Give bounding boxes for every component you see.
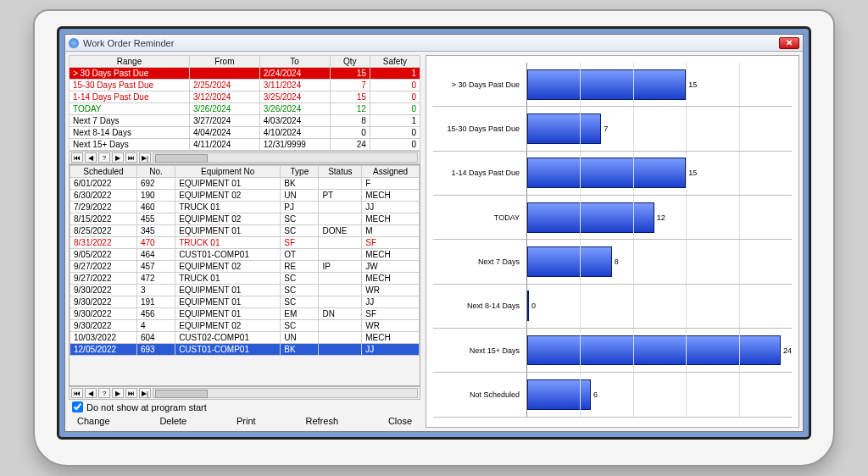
- cell: JJ: [362, 344, 420, 356]
- cell: BK: [281, 178, 319, 190]
- range-row[interactable]: Next 7 Days3/27/20244/03/202481: [70, 115, 420, 127]
- table-row[interactable]: 8/15/2022455EQUIPMENT 02SCMECH: [70, 213, 420, 225]
- nav-last-icon[interactable]: ⏭: [125, 388, 137, 398]
- column-header[interactable]: Assigned: [362, 166, 420, 178]
- bar-area: 6: [526, 373, 792, 416]
- details-table-container: ScheduledNo.Equipment NoTypeStatusAssign…: [69, 164, 420, 386]
- cell: 4/10/2024: [259, 127, 330, 139]
- column-header[interactable]: Equipment No: [175, 166, 281, 178]
- table-row[interactable]: 8/25/2022345EQUIPMENT 01SCDONEM: [70, 225, 420, 237]
- column-header[interactable]: Safety: [370, 56, 420, 68]
- cell: 12: [330, 103, 370, 115]
- chart-bar: [527, 379, 591, 410]
- cell: 4/03/2024: [259, 115, 330, 127]
- bar-area: 7: [526, 107, 792, 150]
- range-row[interactable]: TODAY3/26/20243/26/2024120: [70, 103, 420, 115]
- nav-next-icon[interactable]: ▶: [112, 388, 124, 398]
- cell: 15: [330, 91, 370, 103]
- range-row[interactable]: 15-30 Days Past Due2/25/20243/11/202470: [70, 80, 420, 91]
- cell: 190: [137, 190, 175, 202]
- titlebar[interactable]: Work Order Reminder ✕: [65, 35, 803, 52]
- table-row[interactable]: 9/27/2022472TRUCK 01SCMECH: [70, 273, 420, 285]
- details-scrollbar[interactable]: [153, 388, 418, 398]
- cell: JJ: [362, 202, 420, 213]
- cell: 4/11/2024: [189, 139, 259, 151]
- table-row[interactable]: 8/31/2022470TRUCK 01SFSF: [70, 237, 420, 249]
- range-navigator: ⏮ ◀ ? ▶ ⏭ ▶|: [69, 151, 420, 164]
- table-row[interactable]: 10/03/2022604CUST02-COMP01UNMECH: [70, 332, 420, 344]
- chart-bar: [527, 291, 529, 321]
- table-row[interactable]: 12/05/2022693CUST01-COMP01BKJJ: [70, 344, 420, 356]
- nav-last-icon[interactable]: ⏭: [125, 152, 137, 163]
- close-icon[interactable]: ✕: [779, 37, 799, 49]
- column-header[interactable]: Scheduled: [70, 166, 137, 178]
- app-icon: [69, 38, 79, 48]
- column-header[interactable]: Range: [70, 56, 190, 68]
- cell: 693: [137, 344, 175, 356]
- cell: IP: [319, 261, 362, 273]
- table-row[interactable]: 6/30/2022190EQUIPMENT 02UNPTMECH: [70, 190, 420, 202]
- range-row[interactable]: 1-14 Days Past Due3/12/20243/25/2024150: [70, 91, 420, 103]
- cell: 1: [370, 68, 420, 80]
- chart-category-label: 15-30 Days Past Due: [433, 125, 526, 133]
- bar-area: 8: [526, 240, 792, 283]
- refresh-button[interactable]: Refresh: [306, 416, 339, 426]
- cell: [189, 68, 259, 80]
- range-row[interactable]: > 30 Days Past Due2/24/2024151: [70, 68, 420, 80]
- table-row[interactable]: 7/29/2022460TRUCK 01PJJJ: [70, 202, 420, 213]
- cell: 2/25/2024: [189, 80, 259, 91]
- nav-first-icon[interactable]: ⏮: [71, 152, 83, 163]
- range-scrollbar[interactable]: [153, 152, 418, 163]
- change-button[interactable]: Change: [77, 416, 110, 426]
- table-row[interactable]: 9/30/2022191EQUIPMENT 01SCJJ: [70, 296, 420, 308]
- cell: SC: [281, 213, 319, 225]
- cell: 2/24/2024: [259, 68, 330, 80]
- close-button[interactable]: Close: [388, 416, 412, 426]
- table-row[interactable]: 9/30/2022456EQUIPMENT 01EMDNSF: [70, 308, 420, 320]
- chart-category-label: > 30 Days Past Due: [433, 80, 526, 89]
- column-header[interactable]: Qty: [330, 56, 370, 68]
- delete-button[interactable]: Delete: [159, 416, 186, 426]
- range-row[interactable]: Next 8-14 Days4/04/20244/10/202400: [70, 127, 420, 139]
- print-button[interactable]: Print: [236, 416, 256, 426]
- cell: 9/30/2022: [70, 308, 137, 320]
- table-row[interactable]: 9/05/2022464CUST01-COMP01OTMECH: [70, 249, 420, 261]
- cell: 457: [137, 261, 175, 273]
- cell: 12/05/2022: [70, 344, 137, 356]
- nav-end-icon[interactable]: ▶|: [139, 152, 151, 163]
- cell: WR: [362, 285, 420, 296]
- cell: 7/29/2022: [70, 202, 137, 213]
- table-row[interactable]: 9/30/20223EQUIPMENT 01SCWR: [70, 285, 420, 296]
- chart-value-label: 8: [615, 257, 619, 266]
- cell: PT: [319, 190, 362, 202]
- nav-end-icon[interactable]: ▶|: [139, 388, 151, 398]
- nav-next-icon[interactable]: ▶: [112, 152, 124, 163]
- cell: 472: [137, 273, 175, 285]
- nav-prev-icon[interactable]: ◀: [85, 388, 97, 398]
- cell: 460: [137, 202, 175, 213]
- column-header[interactable]: From: [189, 56, 259, 68]
- column-header[interactable]: To: [259, 56, 330, 68]
- nav-first-icon[interactable]: ⏮: [71, 388, 83, 398]
- cell: 3/27/2024: [189, 115, 259, 127]
- table-row[interactable]: 6/01/2022692EQUIPMENT 01BKF: [70, 178, 420, 190]
- nav-prev-icon[interactable]: ◀: [85, 152, 97, 163]
- table-row[interactable]: 9/27/2022457EQUIPMENT 02REIPJW: [70, 261, 420, 273]
- cell: SC: [281, 285, 319, 296]
- cell: WR: [362, 320, 420, 332]
- cell: EQUIPMENT 02: [175, 261, 281, 273]
- cell: 456: [137, 308, 175, 320]
- nav-help-icon[interactable]: ?: [98, 152, 110, 163]
- do-not-show-checkbox[interactable]: [72, 401, 83, 412]
- column-header[interactable]: Status: [319, 166, 362, 178]
- nav-help-icon[interactable]: ?: [98, 388, 110, 398]
- column-header[interactable]: Type: [281, 166, 319, 178]
- cell: EQUIPMENT 02: [175, 320, 281, 332]
- table-row[interactable]: 9/30/20224EQUIPMENT 02SCWR: [70, 320, 420, 332]
- column-header[interactable]: No.: [137, 166, 175, 178]
- cell: BK: [281, 344, 319, 356]
- cell: 470: [137, 237, 175, 249]
- range-row[interactable]: Next 15+ Days4/11/202412/31/9999240: [70, 139, 420, 151]
- chart-row: Next 15+ Days24: [433, 329, 792, 373]
- cell: SC: [281, 273, 319, 285]
